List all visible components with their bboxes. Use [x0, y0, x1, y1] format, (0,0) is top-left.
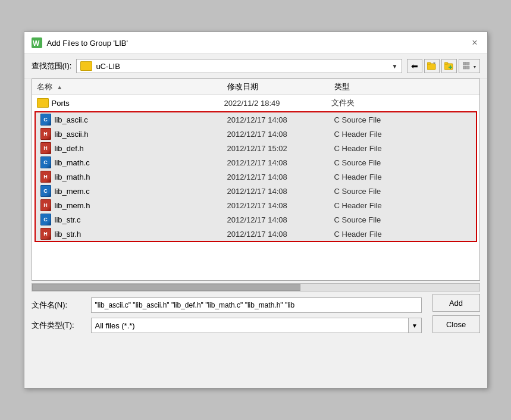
file-item-lib-str-h[interactable]: lib_str.h 2012/12/17 14:08 C Header File: [36, 227, 476, 241]
file-item-lib-ascii-c[interactable]: lib_ascii.c 2012/12/17 14:08 C Source Fi…: [36, 112, 476, 127]
folder-icon: [80, 61, 92, 71]
dialog-title: Add Files to Group 'LIB': [47, 39, 128, 48]
file-item-lib-mem-h[interactable]: lib_mem.h 2012/12/17 14:08 C Header File: [36, 198, 476, 212]
c-header-icon: [39, 171, 52, 183]
view-button[interactable]: [459, 59, 480, 73]
filetype-dropdown-arrow[interactable]: ▼: [408, 318, 421, 333]
filetype-row: 文件类型(T): All files (*.*) ▼: [32, 318, 422, 333]
folder-icon-ports: [36, 97, 49, 109]
action-buttons: Add Close: [432, 294, 480, 333]
path-text: uC-LIB: [96, 62, 120, 71]
sort-arrow-icon: ▲: [57, 84, 62, 90]
file-item-lib-mem-c[interactable]: lib_mem.c 2012/12/17 14:08 C Source File: [36, 184, 476, 198]
c-header-icon: [39, 228, 52, 240]
file-name: lib_math.h: [55, 173, 227, 181]
file-name: lib_def.h: [55, 144, 227, 153]
file-type: 文件夹: [331, 98, 479, 108]
file-type: C Source File: [334, 215, 476, 224]
file-name: lib_mem.c: [55, 187, 227, 196]
file-date: 2012/12/17 14:08: [227, 130, 334, 139]
file-type: C Source File: [334, 115, 476, 124]
lookup-label: 查找范围(I):: [32, 61, 72, 71]
file-date: 2012/12/17 14:08: [227, 230, 334, 239]
filetype-select[interactable]: All files (*.*) ▼: [91, 318, 422, 333]
file-type: C Header File: [334, 230, 476, 239]
close-dialog-button[interactable]: Close: [432, 315, 480, 333]
close-button[interactable]: ×: [469, 37, 479, 49]
path-combo[interactable]: uC-LIB ▼: [76, 59, 402, 73]
file-name: lib_ascii.h: [55, 130, 227, 139]
file-name: lib_mem.h: [55, 201, 227, 210]
title-bar: W Add Files to Group 'LIB' ×: [24, 32, 487, 54]
file-name: lib_math.c: [55, 158, 227, 167]
svg-marker-13: [474, 66, 476, 68]
view-icon: [463, 62, 476, 70]
file-list-container[interactable]: 名称 ▲ 修改日期 类型 Ports 2022/11/2 18:49 文件夹 l…: [32, 79, 480, 281]
new-folder-icon: [444, 62, 454, 70]
file-date: 2012/12/17 14:08: [227, 187, 334, 196]
c-source-icon: [39, 156, 52, 168]
file-item-ports[interactable]: Ports 2022/11/2 18:49 文件夹: [32, 95, 479, 111]
up-folder-icon: [427, 62, 437, 70]
add-button[interactable]: Add: [432, 294, 480, 312]
svg-text:W: W: [33, 39, 40, 48]
bottom-section: 文件名(N): 文件类型(T): All files (*.*) ▼ Add C…: [24, 294, 487, 340]
col-header-type: 类型: [330, 82, 479, 92]
svg-rect-12: [466, 66, 469, 69]
file-date: 2012/12/17 15:02: [227, 144, 334, 153]
filetype-label: 文件类型(T):: [32, 320, 85, 331]
up-folder-button[interactable]: [424, 59, 440, 73]
toolbar-row: 查找范围(I): uC-LIB ▼ ⬅: [24, 54, 487, 79]
app-icon: W: [32, 37, 42, 48]
file-item-lib-math-h[interactable]: lib_math.h 2012/12/17 14:08 C Header Fil…: [36, 170, 476, 184]
file-item-lib-str-c[interactable]: lib_str.c 2012/12/17 14:08 C Source File: [36, 212, 476, 227]
file-name: lib_str.c: [55, 215, 227, 224]
svg-rect-6: [444, 62, 448, 64]
svg-rect-9: [463, 62, 466, 65]
file-type: C Source File: [334, 187, 476, 196]
file-date: 2012/12/17 14:08: [227, 173, 334, 181]
dialog: W Add Files to Group 'LIB' × 查找范围(I): uC…: [24, 32, 488, 388]
file-name: lib_ascii.c: [55, 115, 227, 124]
svg-rect-11: [463, 66, 466, 69]
file-type: C Header File: [334, 144, 476, 153]
file-name: lib_str.h: [55, 230, 227, 239]
c-source-icon: [39, 185, 52, 197]
file-type: C Header File: [334, 173, 476, 181]
horizontal-scrollbar[interactable]: [32, 283, 480, 292]
file-item-lib-ascii-h[interactable]: lib_ascii.h 2012/12/17 14:08 C Header Fi…: [36, 127, 476, 141]
svg-rect-10: [466, 62, 469, 65]
form-fields: 文件名(N): 文件类型(T): All files (*.*) ▼: [32, 297, 422, 333]
file-name: Ports: [52, 99, 224, 108]
file-date: 2012/12/17 14:08: [227, 215, 334, 224]
c-source-icon: [39, 214, 52, 225]
filename-row: 文件名(N):: [32, 297, 422, 313]
file-item-lib-def-h[interactable]: lib_def.h 2012/12/17 15:02 C Header File: [36, 141, 476, 155]
scrollbar-thumb[interactable]: [32, 284, 300, 291]
c-header-icon: [39, 128, 52, 140]
toolbar-buttons: ⬅: [407, 59, 480, 73]
filename-input[interactable]: [91, 297, 422, 313]
c-source-icon: [39, 114, 52, 126]
filename-label: 文件名(N):: [32, 300, 85, 311]
file-item-lib-math-c[interactable]: lib_math.c 2012/12/17 14:08 C Source Fil…: [36, 155, 476, 170]
file-type: C Header File: [334, 130, 476, 139]
c-header-icon: [39, 199, 52, 211]
back-button[interactable]: ⬅: [407, 59, 422, 73]
title-bar-left: W Add Files to Group 'LIB': [32, 37, 128, 48]
dropdown-arrow-icon: ▼: [392, 63, 398, 70]
file-date: 2012/12/17 14:08: [227, 201, 334, 210]
file-date: 2012/12/17 14:08: [227, 115, 334, 124]
col-header-date: 修改日期: [222, 82, 330, 92]
file-date: 2012/12/17 14:08: [227, 158, 334, 167]
col-header-name: 名称 ▲: [32, 82, 222, 92]
svg-rect-3: [427, 62, 431, 64]
selection-box: lib_ascii.c 2012/12/17 14:08 C Source Fi…: [35, 111, 477, 242]
file-type: C Source File: [334, 158, 476, 167]
column-headers: 名称 ▲ 修改日期 类型: [32, 79, 479, 95]
file-date: 2022/11/2 18:49: [224, 99, 331, 108]
file-type: C Header File: [334, 201, 476, 210]
new-folder-button[interactable]: [441, 59, 457, 73]
filetype-value: All files (*.*): [92, 319, 408, 333]
c-header-icon: [39, 142, 52, 154]
